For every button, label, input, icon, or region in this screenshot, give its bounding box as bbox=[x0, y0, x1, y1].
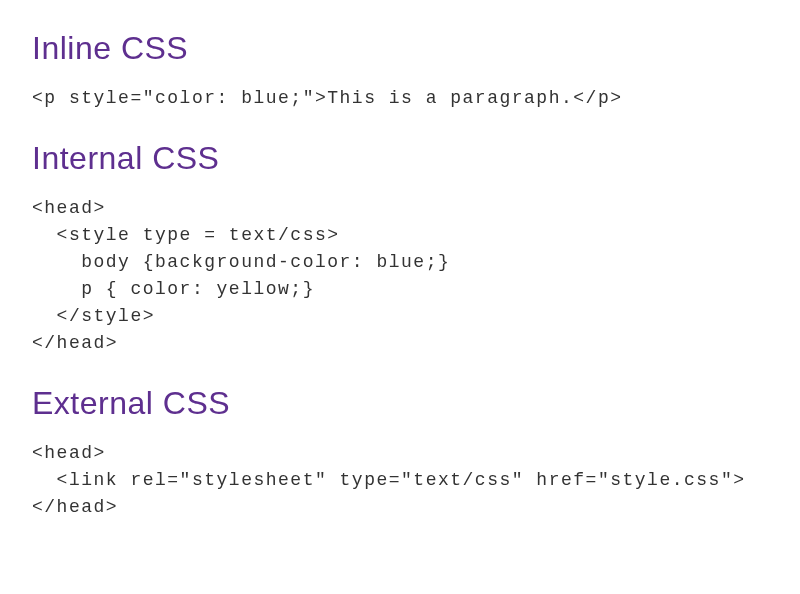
code-external-css: <head> <link rel="stylesheet" type="text… bbox=[32, 440, 768, 521]
heading-external-css: External CSS bbox=[32, 385, 768, 422]
heading-internal-css: Internal CSS bbox=[32, 140, 768, 177]
heading-inline-css: Inline CSS bbox=[32, 30, 768, 67]
code-internal-css: <head> <style type = text/css> body {bac… bbox=[32, 195, 768, 357]
code-inline-css: <p style="color: blue;">This is a paragr… bbox=[32, 85, 768, 112]
